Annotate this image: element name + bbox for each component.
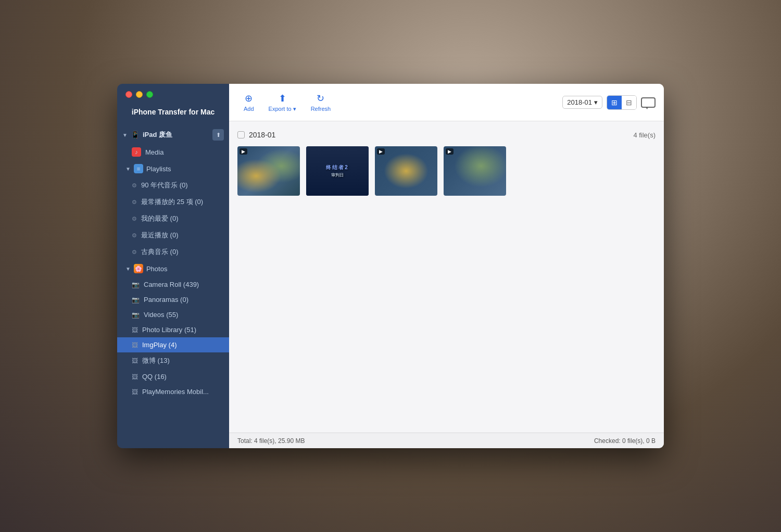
sidebar-item-imgplay[interactable]: 🖼 ImgPlay (4) [117, 337, 229, 352]
close-button[interactable] [125, 91, 132, 98]
sidebar-section-playlists[interactable]: ▼ ≡ Playlists [117, 160, 229, 177]
playmemories-label: PlayMemories Mobil... [142, 388, 209, 396]
add-button[interactable]: ⊕ Add [237, 90, 260, 115]
total-status: Total: 4 file(s), 25.90 MB [237, 437, 305, 445]
sidebar-item-camera-roll[interactable]: 📷 Camera Roll (439) [117, 277, 229, 292]
export-to-button[interactable]: ⬆ Export to ▾ [262, 90, 303, 116]
camera-roll-icon: 📷 [132, 281, 140, 288]
sidebar-item-qq[interactable]: 🖼 QQ (16) [117, 369, 229, 384]
qq-icon: 🖼 [132, 373, 138, 381]
date-dropdown-arrow-icon: ▾ [594, 98, 598, 106]
videos-icon: 📷 [132, 311, 140, 319]
section-checkbox[interactable] [237, 131, 245, 138]
playlist-4-label: 最近播放 (0) [141, 231, 179, 240]
sidebar-item-playlist-2[interactable]: ⚙ 最常播放的 25 项 (0) [117, 194, 229, 210]
device-icon: 📱 [131, 131, 140, 139]
playlists-icon: ≡ [134, 164, 143, 173]
refresh-label: Refresh [311, 106, 331, 112]
photo-library-icon: 🖼 [132, 326, 138, 334]
thumbnail-3[interactable]: ▶ [375, 146, 437, 196]
weibo-icon: 🖼 [132, 357, 138, 364]
weibo-label: 微博 (13) [142, 356, 170, 365]
main-content: ⊕ Add ⬆ Export to ▾ ↻ Refresh 2018-01 ▾ [229, 84, 664, 448]
refresh-icon: ↻ [317, 93, 324, 104]
sidebar-item-playmemories[interactable]: 🖼 PlayMemories Mobil... [117, 384, 229, 399]
sidebar-content: ▼ 📱 iPad 废鱼 ⬆ ♪ Media ▼ ≡ Playlists ⚙ 90… [117, 126, 229, 448]
sidebar-item-playlist-5[interactable]: ⚙ 古典音乐 (0) [117, 244, 229, 260]
sidebar-item-panoramas[interactable]: 📷 Panoramas (0) [117, 292, 229, 307]
list-view-button[interactable]: ⊟ [622, 96, 636, 109]
traffic-lights [117, 84, 229, 103]
sidebar: iPhone Transfer for Mac ▼ 📱 iPad 废鱼 ⬆ ♪ … [117, 84, 229, 448]
gear-icon-2: ⚙ [132, 199, 137, 206]
camera-roll-label: Camera Roll (439) [144, 281, 199, 288]
minimize-button[interactable] [136, 91, 143, 98]
content-area: 2018-01 4 file(s) ▶ ▶ 终结 [229, 121, 664, 433]
status-bar: Total: 4 file(s), 25.90 MB Checked: 0 fi… [229, 433, 664, 448]
video-play-icon-3: ▶ [379, 149, 383, 154]
refresh-button[interactable]: ↻ Refresh [305, 90, 337, 115]
imgplay-icon: 🖼 [132, 341, 138, 349]
playlists-label: Playlists [146, 165, 171, 173]
upload-button[interactable]: ⬆ [212, 129, 224, 141]
add-icon: ⊕ [245, 93, 253, 104]
playlist-3-label: 我的最爱 (0) [141, 214, 179, 223]
video-badge-1: ▶ [240, 148, 247, 155]
gear-icon-1: ⚙ [132, 182, 137, 189]
chevron-down-icon: ▼ [122, 132, 128, 138]
export-arrow-icon: ▾ [293, 106, 296, 112]
photos-icon: 🌸 [134, 264, 143, 273]
view-toggle: ⊞ ⊟ [607, 95, 637, 110]
sidebar-item-playlist-1[interactable]: ⚙ 90 年代音乐 (0) [117, 177, 229, 194]
section-header-left: 2018-01 [237, 131, 275, 139]
thumbnail-2[interactable]: ▶ 终结者2 审判日 [306, 146, 369, 196]
video-badge-4: ▶ [446, 148, 454, 155]
media-icon: ♪ [132, 147, 141, 157]
add-label: Add [244, 106, 254, 112]
media-label: Media [145, 148, 163, 156]
playlist-2-label: 最常播放的 25 项 (0) [141, 197, 203, 207]
sidebar-item-playlist-4[interactable]: ⚙ 最近播放 (0) [117, 227, 229, 244]
date-value: 2018-01 [567, 98, 592, 106]
gear-icon-3: ⚙ [132, 216, 137, 222]
panoramas-label: Panoramas (0) [144, 296, 188, 303]
video-badge-3: ▶ [377, 148, 385, 155]
panoramas-icon: 📷 [132, 296, 140, 303]
toolbar-right: 2018-01 ▾ ⊞ ⊟ [562, 95, 656, 110]
photos-label: Photos [146, 265, 167, 273]
qq-label: QQ (16) [142, 373, 167, 381]
imgplay-label: ImgPlay (4) [142, 341, 177, 349]
file-count: 4 file(s) [633, 131, 656, 139]
sidebar-section-photos[interactable]: ▼ 🌸 Photos [117, 260, 229, 277]
maximize-button[interactable] [146, 91, 153, 98]
toolbar: ⊕ Add ⬆ Export to ▾ ↻ Refresh 2018-01 ▾ [229, 84, 664, 121]
chat-icon[interactable] [641, 97, 656, 108]
device-header[interactable]: ▼ 📱 iPad 废鱼 ⬆ [117, 126, 229, 144]
photo-library-label: Photo Library (51) [142, 326, 196, 334]
thumbnail-4[interactable]: ▶ [444, 146, 506, 196]
gear-icon-5: ⚙ [132, 249, 137, 256]
date-selector[interactable]: 2018-01 ▾ [562, 96, 602, 109]
sidebar-item-weibo[interactable]: 🖼 微博 (13) [117, 352, 229, 369]
device-name: iPad 废鱼 [143, 130, 172, 140]
app-window: iPhone Transfer for Mac ▼ 📱 iPad 废鱼 ⬆ ♪ … [117, 84, 664, 448]
sidebar-item-videos[interactable]: 📷 Videos (55) [117, 307, 229, 322]
sidebar-item-photo-library[interactable]: 🖼 Photo Library (51) [117, 322, 229, 337]
export-icon: ⬆ [279, 93, 286, 104]
thumbnails-grid: ▶ ▶ 终结者2 审判日 [237, 144, 656, 198]
section-title: 2018-01 [249, 131, 275, 139]
checked-status: Checked: 0 file(s), 0 B [594, 437, 656, 445]
grid-view-button[interactable]: ⊞ [607, 96, 622, 109]
sidebar-item-playlist-3[interactable]: ⚙ 我的最爱 (0) [117, 210, 229, 227]
videos-label: Videos (55) [144, 311, 178, 319]
gear-icon-4: ⚙ [132, 232, 137, 239]
device-header-left: ▼ 📱 iPad 废鱼 [122, 130, 172, 140]
sidebar-item-media[interactable]: ♪ Media [117, 144, 229, 160]
thumbnail-1[interactable]: ▶ [237, 146, 300, 196]
playlist-5-label: 古典音乐 (0) [141, 247, 179, 257]
chevron-playlists-icon: ▼ [125, 166, 131, 172]
export-to-label: Export to ▾ [269, 106, 296, 112]
app-title: iPhone Transfer for Mac [117, 103, 229, 126]
playmemories-icon: 🖼 [132, 388, 138, 396]
video-play-icon-4: ▶ [448, 149, 451, 154]
